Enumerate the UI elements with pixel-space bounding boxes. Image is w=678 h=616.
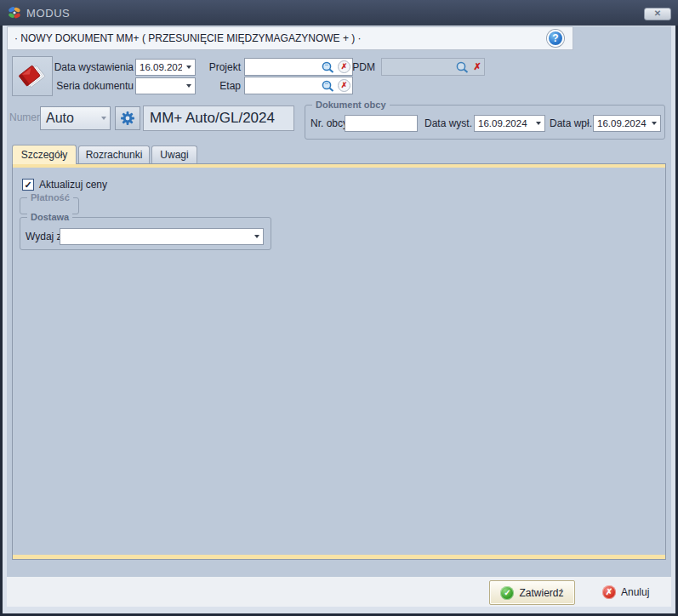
numer-mode-value: Auto xyxy=(41,111,97,126)
tab-szczegoly[interactable]: Szczegóły xyxy=(12,145,77,164)
chevron-down-icon[interactable] xyxy=(647,116,660,131)
tab-uwagi[interactable]: Uwagi xyxy=(151,145,197,163)
numer-mode-dropdown[interactable]: Auto xyxy=(40,106,111,130)
confirm-check-icon: ✓ xyxy=(500,586,514,600)
chevron-down-icon[interactable] xyxy=(97,107,110,129)
search-icon[interactable] xyxy=(320,60,336,74)
projekt-clear-icon[interactable]: ✗ xyxy=(338,60,350,73)
footer-bar: ✓ Zatwierdź ✗ Anuluj xyxy=(7,577,671,607)
pdm-field: ✗ xyxy=(381,58,485,76)
pdm-input xyxy=(382,61,454,73)
etap-label: Etap xyxy=(177,77,241,94)
titlebar: MODUS ✕ xyxy=(0,0,678,26)
data-wystawienia-label: Data wystawienia xyxy=(37,59,134,76)
pdm-label: PDM xyxy=(351,59,375,76)
nr-obcy-input[interactable] xyxy=(345,117,417,129)
nr-obcy-field[interactable] xyxy=(345,115,418,132)
nr-obcy-label: Nr. obcy xyxy=(311,115,348,132)
zatwierdz-button[interactable]: ✓ Zatwierdź xyxy=(489,580,575,605)
etap-input[interactable] xyxy=(245,80,320,92)
chevron-down-icon[interactable] xyxy=(532,116,544,131)
projekt-label: Projekt xyxy=(177,59,241,76)
tab-rozrachunki[interactable]: Rozrachunki xyxy=(78,145,150,163)
anuluj-label: Anuluj xyxy=(621,586,649,598)
dostawa-group: Dostawa Wydaj z xyxy=(20,217,271,250)
data-wyst-label: Data wyst. xyxy=(424,115,472,132)
search-icon xyxy=(454,60,470,74)
dokument-obcy-legend: Dokument obcy xyxy=(312,99,390,111)
search-icon[interactable] xyxy=(320,79,336,93)
seria-dokumentu-label: Seria dokumentu xyxy=(37,77,134,94)
numer-preview: MM+ Auto/GL/2024 xyxy=(143,106,294,131)
panel-accent-bottom xyxy=(13,555,665,559)
zatwierdz-label: Zatwierdź xyxy=(519,587,563,599)
window-title: MODUS xyxy=(26,7,70,20)
numer-label: Numer xyxy=(9,109,36,126)
wydaj-z-dropdown[interactable] xyxy=(60,228,264,245)
data-wpl-label: Data wpł. xyxy=(550,115,592,132)
panel-accent-top xyxy=(13,164,665,168)
aktualizuj-ceny-checkbox[interactable]: ✓ xyxy=(22,179,34,191)
document-header-bar: · NOWY DOKUMENT MM+ ( PRZESUNIĘCIE MIĘDZ… xyxy=(7,26,573,50)
data-wpl-value: 16.09.2024 xyxy=(594,118,647,128)
data-wystawienia-value: 16.09.2024 xyxy=(136,62,182,72)
dialog-content: · NOWY DOKUMENT MM+ ( PRZESUNIĘCIE MIĘDZ… xyxy=(7,26,671,607)
data-wpl-dropdown[interactable]: 16.09.2024 xyxy=(593,115,661,132)
data-wyst-value: 16.09.2024 xyxy=(475,118,532,128)
close-button[interactable]: ✕ xyxy=(644,8,671,20)
aktualizuj-ceny-label[interactable]: Aktualizuj ceny xyxy=(39,176,107,193)
anuluj-button[interactable]: ✗ Anuluj xyxy=(602,582,649,602)
chevron-down-icon[interactable] xyxy=(250,229,263,244)
numer-settings-button[interactable] xyxy=(115,106,140,130)
dostawa-legend: Dostawa xyxy=(27,211,72,223)
etap-clear-icon[interactable]: ✗ xyxy=(338,79,350,92)
tab-panel-szczegoly: ✓ Aktualizuj ceny Płatność Dostawa Wydaj… xyxy=(12,163,666,560)
modus-logo-icon xyxy=(8,6,21,20)
platnosc-legend: Płatność xyxy=(27,191,73,203)
cancel-cross-icon: ✗ xyxy=(602,585,616,599)
etap-field[interactable]: ✗ xyxy=(244,77,353,94)
dokument-obcy-group: Dokument obcy Nr. obcy Data wyst. 16.09.… xyxy=(305,105,665,140)
document-title: · NOWY DOKUMENT MM+ ( PRZESUNIĘCIE MIĘDZ… xyxy=(14,27,362,49)
gear-icon xyxy=(120,111,135,126)
help-button[interactable]: ? xyxy=(547,30,564,47)
projekt-field[interactable]: ✗ xyxy=(244,58,353,76)
projekt-input[interactable] xyxy=(245,61,320,73)
data-wyst-dropdown[interactable]: 16.09.2024 xyxy=(474,115,545,132)
pdm-clear-icon: ✗ xyxy=(470,61,484,72)
wydaj-z-label: Wydaj z xyxy=(26,228,62,245)
